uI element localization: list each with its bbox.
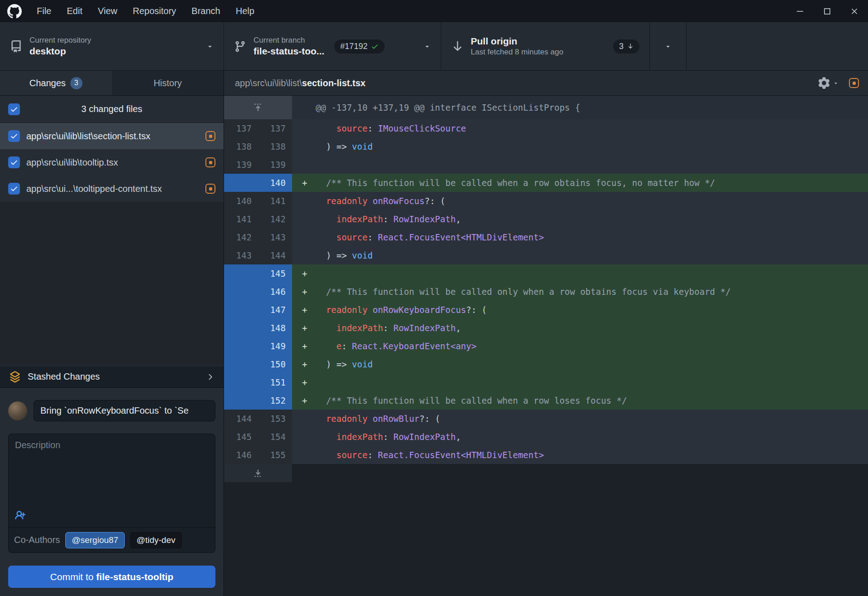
diff-line-number-new[interactable]: 138 bbox=[258, 137, 292, 156]
coauthor-badge[interactable]: @sergiou87 bbox=[65, 532, 125, 548]
file-include-checkbox[interactable] bbox=[8, 130, 20, 142]
diff-code-line: source: React.FocusEvent<HTMLDivElement> bbox=[292, 446, 868, 464]
diff-row[interactable]: 144153 readonly onRowBlur?: ( bbox=[224, 410, 868, 428]
close-button[interactable] bbox=[841, 0, 868, 22]
code-text: source: React.FocusEvent<HTMLDivElement> bbox=[292, 446, 544, 464]
tab-history[interactable]: History bbox=[112, 71, 224, 95]
diff-row[interactable]: 137137 source: IMouseClickSource bbox=[224, 119, 868, 137]
diff-line-number-old[interactable] bbox=[224, 174, 258, 192]
changed-files-header: 3 changed files bbox=[0, 96, 224, 123]
diff-row[interactable]: 152+ /** This function will be called wh… bbox=[224, 391, 868, 410]
modified-status-icon bbox=[205, 157, 215, 167]
pr-status-badge[interactable]: #17192 bbox=[334, 39, 385, 54]
diff-line-number-old[interactable] bbox=[224, 319, 258, 337]
diff-line-number-old[interactable] bbox=[224, 301, 258, 319]
stashed-changes-row[interactable]: Stashed Changes bbox=[0, 366, 224, 388]
diff-line-number-old[interactable]: 140 bbox=[224, 192, 258, 210]
diff-line-number-old[interactable]: 146 bbox=[224, 446, 258, 464]
minimize-button[interactable] bbox=[786, 0, 814, 22]
commit-summary-input[interactable] bbox=[34, 400, 215, 421]
branch-switcher-button[interactable]: Current branch file-status-too... #17192 bbox=[224, 22, 441, 70]
diff-line-number-old[interactable]: 144 bbox=[224, 410, 258, 428]
diff-row[interactable]: 147+ readonly onRowKeyboardFocus?: ( bbox=[224, 301, 868, 319]
diff-line-number-new[interactable]: 140 bbox=[258, 174, 292, 192]
diff-row[interactable]: 146+ /** This function will be called on… bbox=[224, 283, 868, 301]
menu-help[interactable]: Help bbox=[228, 0, 262, 22]
diff-row[interactable]: 139139 bbox=[224, 156, 868, 174]
commit-description-input[interactable]: Description bbox=[9, 434, 215, 527]
diff-row[interactable]: 140+ /** This function will be called wh… bbox=[224, 174, 868, 192]
pull-dropdown-button[interactable] bbox=[650, 22, 687, 70]
diff-row[interactable]: 150+ ) => void bbox=[224, 355, 868, 373]
diff-line-number-new[interactable]: 150 bbox=[258, 355, 292, 373]
diff-line-number-new[interactable]: 147 bbox=[258, 301, 292, 319]
diff-line-number-old[interactable] bbox=[224, 337, 258, 355]
diff-line-number-old[interactable]: 142 bbox=[224, 228, 258, 246]
tab-changes[interactable]: Changes 3 bbox=[0, 71, 112, 95]
file-row[interactable]: app\src\ui\lib\tooltip.tsx bbox=[0, 149, 224, 176]
diff-row[interactable]: 141142 indexPath: RowIndexPath, bbox=[224, 210, 868, 228]
pull-title: Pull origin bbox=[471, 35, 563, 47]
expand-hunk-down-button[interactable] bbox=[224, 464, 292, 482]
menu-bar: FileEditViewRepositoryBranchHelp bbox=[29, 0, 262, 22]
diff-line-number-old[interactable] bbox=[224, 373, 258, 391]
diff-line-number-old[interactable]: 139 bbox=[224, 156, 258, 174]
diff-line-number-new[interactable]: 139 bbox=[258, 156, 292, 174]
diff-line-number-old[interactable] bbox=[224, 391, 258, 410]
diff-line-number-old[interactable] bbox=[224, 355, 258, 373]
commit-button[interactable]: Commit to file-status-tooltip bbox=[8, 566, 215, 588]
file-include-checkbox[interactable] bbox=[8, 183, 20, 195]
select-all-checkbox[interactable] bbox=[8, 103, 20, 115]
diff-row[interactable]: 142143 source: React.FocusEvent<HTMLDivE… bbox=[224, 228, 868, 246]
diff-line-number-old[interactable]: 145 bbox=[224, 428, 258, 446]
coauthor-badge[interactable]: @tidy-dev bbox=[130, 532, 182, 548]
diff-line-number-new[interactable]: 153 bbox=[258, 410, 292, 428]
diff-line-number-new[interactable]: 148 bbox=[258, 319, 292, 337]
diff-line-number-new[interactable]: 149 bbox=[258, 337, 292, 355]
diff-row[interactable]: 138138 ) => void bbox=[224, 137, 868, 156]
diff-line-number-new[interactable]: 144 bbox=[258, 246, 292, 264]
diff-line-number-new[interactable]: 151 bbox=[258, 373, 292, 391]
diff-line-number-new[interactable]: 142 bbox=[258, 210, 292, 228]
maximize-button[interactable] bbox=[814, 0, 841, 22]
diff-row[interactable]: 145+ bbox=[224, 264, 868, 283]
diff-row[interactable]: 148+ indexPath: RowIndexPath, bbox=[224, 319, 868, 337]
diff-line-number-old[interactable]: 138 bbox=[224, 137, 258, 156]
diff-options-button[interactable] bbox=[818, 77, 839, 89]
diff-line-number-old[interactable] bbox=[224, 283, 258, 301]
menu-edit[interactable]: Edit bbox=[59, 0, 90, 22]
diff-line-number-new[interactable]: 152 bbox=[258, 391, 292, 410]
diff-line-number-new[interactable]: 137 bbox=[258, 119, 292, 137]
file-row[interactable]: app\src\ui...\tooltipped-content.tsx bbox=[0, 176, 224, 202]
diff-line-number-new[interactable]: 155 bbox=[258, 446, 292, 464]
code-text: source: IMouseClickSource bbox=[292, 119, 466, 137]
diff-line-number-old[interactable]: 143 bbox=[224, 246, 258, 264]
diff-row[interactable]: 143144 ) => void bbox=[224, 246, 868, 264]
file-row[interactable]: app\src\ui\lib\list\section-list.tsx bbox=[0, 123, 224, 149]
pull-origin-button[interactable]: Pull origin Last fetched 8 minutes ago 3 bbox=[441, 22, 650, 70]
pr-number: #17192 bbox=[340, 42, 367, 51]
menu-view[interactable]: View bbox=[90, 0, 125, 22]
diff-row[interactable]: 151+ bbox=[224, 373, 868, 391]
diff-row[interactable]: 145154 indexPath: RowIndexPath, bbox=[224, 428, 868, 446]
diff-line-number-old[interactable] bbox=[224, 264, 258, 283]
chevron-down-icon bbox=[833, 80, 839, 86]
menu-repository[interactable]: Repository bbox=[125, 0, 184, 22]
add-coauthor-icon[interactable] bbox=[15, 509, 27, 522]
diff-line-number-new[interactable]: 146 bbox=[258, 283, 292, 301]
diff-line-number-new[interactable]: 143 bbox=[258, 228, 292, 246]
diff-row[interactable]: 146155 source: React.FocusEvent<HTMLDivE… bbox=[224, 446, 868, 464]
expand-hunk-up-button[interactable] bbox=[224, 96, 292, 119]
repository-switcher-button[interactable]: Current repository desktop bbox=[0, 22, 224, 70]
diff-row[interactable]: 140141 readonly onRowFocus?: ( bbox=[224, 192, 868, 210]
diff-line-marker: + bbox=[302, 319, 307, 337]
menu-file[interactable]: File bbox=[29, 0, 59, 22]
diff-line-number-old[interactable]: 137 bbox=[224, 119, 258, 137]
diff-line-number-new[interactable]: 145 bbox=[258, 264, 292, 283]
diff-line-number-new[interactable]: 141 bbox=[258, 192, 292, 210]
menu-branch[interactable]: Branch bbox=[184, 0, 228, 22]
diff-line-number-old[interactable]: 141 bbox=[224, 210, 258, 228]
file-include-checkbox[interactable] bbox=[8, 156, 20, 168]
diff-row[interactable]: 149+ e: React.KeyboardEvent<any> bbox=[224, 337, 868, 355]
diff-line-number-new[interactable]: 154 bbox=[258, 428, 292, 446]
